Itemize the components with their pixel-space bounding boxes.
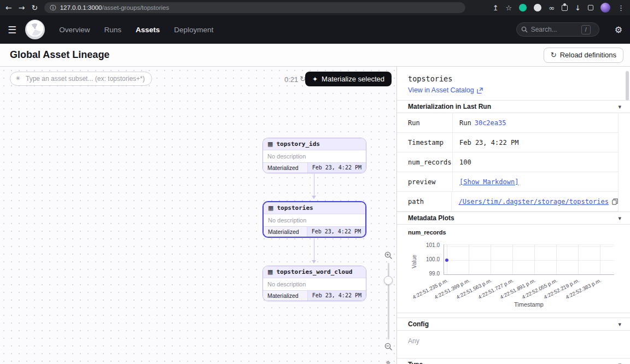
zoom-in-icon[interactable] [384, 251, 393, 260]
path-link[interactable]: /Users/tim/.dagster/storage/topstories [458, 198, 609, 206]
downloads-icon[interactable]: ↓ [575, 4, 581, 11]
zoom-slider[interactable] [388, 263, 389, 339]
chevron-down-icon[interactable]: ▾ [618, 103, 621, 110]
metadata-row-preview: preview [Show Markdown] [397, 172, 618, 192]
hamburger-menu-icon[interactable]: ☰ [8, 24, 16, 36]
tab-window-icon[interactable] [588, 5, 593, 10]
extension-icon[interactable] [519, 4, 527, 11]
section-metadata-plots[interactable]: Metadata Plots ▾ [397, 212, 630, 225]
reload-icon[interactable]: ↻ [31, 4, 38, 11]
browser-menu-icon[interactable]: ⋮ [617, 4, 625, 11]
metadata-row-run: Run Run 30c2ea35 [397, 113, 618, 133]
dagster-logo[interactable] [25, 20, 45, 39]
asset-node-header: ▦ topstories_word_cloud [263, 266, 366, 278]
asset-filter-input[interactable] [10, 72, 152, 86]
copy-icon[interactable] [612, 198, 618, 205]
chevron-down-icon[interactable]: ▾ [618, 361, 621, 364]
asset-node-topstories-word-cloud[interactable]: ▦ topstories_word_cloud No description M… [262, 266, 366, 301]
materialized-timestamp[interactable]: Feb 23, 4:22 PM [307, 291, 366, 301]
search-input[interactable] [531, 26, 578, 33]
run-id-link[interactable]: 30c2ea35 [475, 119, 506, 127]
asset-name: topstories [277, 204, 313, 212]
url-bar[interactable]: ⓘ 127.0.0.1:3000/asset-groups/topstories [44, 2, 465, 13]
url-text: 127.0.0.1:3000/asset-groups/topstories [60, 4, 169, 11]
data-point[interactable] [445, 259, 448, 262]
bookmark-star-icon[interactable]: ☆ [506, 4, 512, 11]
materialized-timestamp[interactable]: Feb 23, 4:22 PM [307, 163, 366, 173]
search-icon [521, 26, 528, 33]
asset-node-header: ▦ topstories [264, 202, 365, 214]
extension-icon[interactable] [534, 4, 541, 11]
asset-name: topstory_ids [276, 140, 319, 148]
section-config[interactable]: Config ▾ [397, 318, 630, 331]
info-icon[interactable]: ⓘ [50, 4, 56, 12]
x-axis-label: Timestamp [444, 301, 614, 308]
asset-description: No description [264, 214, 365, 226]
sparkle-icon: ✦ [312, 75, 318, 83]
metadata-row-path: path /Users/tim/.dagster/storage/topstor… [397, 192, 618, 212]
search-shortcut-key: / [581, 25, 591, 34]
share-icon[interactable]: ↥ [493, 4, 499, 11]
asset-node-footer: Materialized Feb 23, 4:22 PM [263, 162, 366, 173]
extensions-puzzle-icon[interactable] [562, 5, 568, 11]
y-tick-label: 101.0 [417, 242, 440, 248]
app-navbar: ☰ Overview Runs Assets Deployment / ⚙ [0, 15, 630, 44]
reload-definitions-button[interactable]: ↻ Reload definitions [544, 48, 623, 63]
show-markdown-link[interactable]: [Show Markdown] [459, 178, 518, 186]
asset-details-header: topstories View in Asset Catalog [397, 67, 630, 100]
panel-scrollbar[interactable] [626, 71, 629, 101]
materialized-timestamp[interactable]: Feb 23, 4:22 PM [307, 227, 365, 237]
asset-description: No description [263, 150, 366, 162]
materialize-label: Materialize selected [322, 75, 384, 83]
metadata-value: [Show Markdown] [453, 178, 518, 186]
run-word: Run [459, 119, 471, 127]
primary-nav: Overview Runs Assets Deployment [59, 26, 213, 34]
page-header: Global Asset Lineage ↻ Reload definition… [0, 44, 630, 67]
chevron-down-icon[interactable]: ▾ [618, 215, 621, 222]
plot-area [444, 244, 614, 275]
global-search[interactable]: / [516, 22, 599, 37]
chevron-down-icon[interactable]: ▾ [618, 321, 621, 328]
section-materialization-in-last-run[interactable]: Materialization in Last Run ▾ [397, 100, 630, 113]
metadata-row-num-records: num_records 100 [397, 152, 618, 172]
num-records-value: 100 [459, 158, 471, 166]
asset-details-panel: topstories View in Asset Catalog Materia… [396, 67, 630, 364]
zoom-out-icon[interactable] [384, 343, 393, 351]
config-value: Any [397, 331, 630, 351]
view-in-asset-catalog-link[interactable]: View in Asset Catalog [408, 86, 483, 94]
metadata-key: Run [397, 113, 453, 132]
asset-graph-canvas[interactable]: ✳ 0:21 ↻ ✦ Materialize selected ▦ topsto… [0, 67, 396, 364]
asset-name: topstories_word_cloud [276, 268, 352, 275]
recenter-icon[interactable]: ⌖ [386, 357, 390, 364]
section-title: Metadata Plots [408, 214, 454, 222]
table-icon: ▦ [267, 140, 273, 148]
asset-node-topstories[interactable]: ▦ topstories No description Materialized… [262, 201, 366, 238]
section-title: Config [408, 320, 429, 328]
nav-item-deployment[interactable]: Deployment [174, 26, 213, 34]
url-path: /asset-groups/topstories [102, 4, 169, 11]
metadata-value: Run 30c2ea35 [453, 119, 506, 127]
nav-item-runs[interactable]: Runs [104, 26, 121, 34]
asset-node-topstory-ids[interactable]: ▦ topstory_ids No description Materializ… [262, 138, 366, 173]
edge-topstory-ids-to-topstories [314, 174, 314, 198]
browser-actions: ↥ ☆ ∞ ↓ ⋮ [493, 3, 625, 13]
zoom-slider-handle[interactable] [384, 276, 393, 285]
forward-icon[interactable]: → [19, 4, 25, 11]
y-tick-label: 99.0 [417, 271, 440, 277]
metadata-key: path [397, 192, 452, 211]
nav-item-overview[interactable]: Overview [59, 26, 90, 34]
profile-avatar[interactable] [600, 3, 610, 13]
table-icon: ▦ [267, 268, 273, 275]
external-link-icon [477, 87, 483, 93]
section-type[interactable]: Type ▾ [397, 358, 630, 364]
back-icon[interactable]: ← [5, 4, 12, 11]
page-title: Global Asset Lineage [10, 49, 109, 61]
table-icon: ▦ [268, 204, 273, 212]
metadata-table: Run Run 30c2ea35 Timestamp Feb 23, 4:22 … [397, 113, 619, 212]
selected-asset-name: topstories [408, 74, 619, 83]
extension-infinity-icon[interactable]: ∞ [549, 4, 555, 11]
zoom-controls: ⌖ [382, 251, 394, 364]
materialize-selected-button[interactable]: ✦ Materialize selected [305, 72, 392, 86]
settings-gear-icon[interactable]: ⚙ [615, 25, 622, 35]
nav-item-assets[interactable]: Assets [136, 26, 160, 34]
